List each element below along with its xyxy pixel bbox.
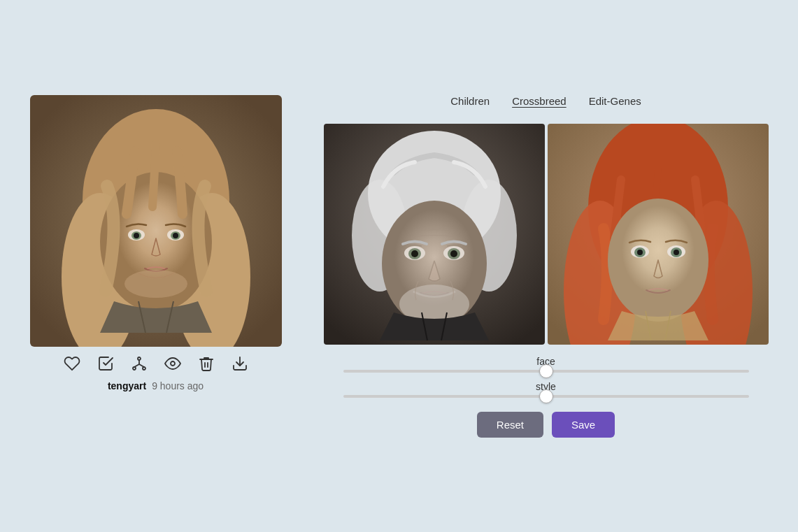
face-slider-thumb[interactable] [539, 364, 553, 378]
svg-point-11 [124, 270, 187, 298]
svg-point-10 [173, 233, 178, 238]
heart-icon[interactable] [64, 355, 80, 372]
style-slider-thumb[interactable] [539, 389, 553, 403]
svg-point-42 [674, 250, 679, 255]
crossbreed-image-right [548, 124, 769, 345]
svg-point-18 [171, 361, 175, 366]
tab-children[interactable]: Children [450, 95, 490, 110]
download-icon[interactable] [231, 355, 248, 372]
svg-line-16 [134, 364, 139, 367]
reset-button[interactable]: Reset [477, 412, 543, 438]
buttons-row: Reset Save [477, 412, 615, 438]
user-info: tengyart 9 hours ago [108, 380, 204, 391]
save-button[interactable]: Save [552, 412, 615, 438]
action-icons-bar [64, 355, 248, 372]
right-panel: Children Crossbreed Edit-Genes [324, 95, 769, 438]
sliders-section: face style [343, 356, 749, 398]
username: tengyart [108, 380, 146, 391]
face-slider-row: face [343, 356, 749, 373]
tab-crossbreed[interactable]: Crossbreed [512, 95, 567, 110]
style-slider-track [343, 395, 749, 398]
eye-icon[interactable] [164, 355, 181, 372]
trash-icon[interactable] [198, 355, 215, 372]
tree-icon[interactable] [131, 355, 148, 372]
crossbreed-images-row [324, 124, 769, 345]
svg-point-29 [411, 250, 418, 257]
left-panel: tengyart 9 hours ago [30, 95, 282, 391]
tabs-bar: Children Crossbreed Edit-Genes [450, 95, 641, 110]
svg-point-9 [134, 233, 139, 238]
svg-line-17 [139, 364, 144, 367]
crossbreed-image-left [324, 124, 545, 345]
style-slider-row: style [343, 381, 749, 398]
check-circle-icon[interactable] [97, 355, 114, 372]
svg-point-41 [637, 250, 643, 255]
face-slider-track [343, 370, 749, 373]
svg-point-30 [450, 250, 457, 257]
main-container: tengyart 9 hours ago Children Crossbreed… [2, 67, 797, 466]
tab-edit-genes[interactable]: Edit-Genes [589, 95, 641, 110]
portrait-image [30, 95, 282, 347]
timestamp: 9 hours ago [152, 380, 204, 391]
